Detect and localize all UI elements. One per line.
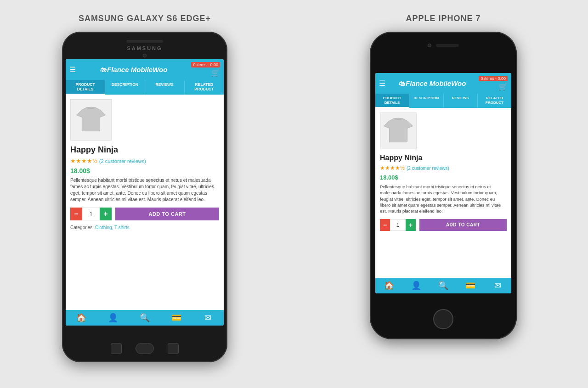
samsung-bottom-bar (111, 343, 179, 354)
samsung-cart-badge: 0 items - 0.00 (191, 62, 220, 67)
iphone-section: APPLE IPHONE 7 ☰ 🛍 Flance MobileWoo 0 it… (308, 14, 579, 339)
samsung-qty-control: − + (70, 208, 112, 220)
samsung-categories: Categories: Clothing, T-shirts (70, 225, 219, 230)
samsung-product-name: Happy Ninja (70, 145, 219, 155)
iphone-stars-row: ★★★★½ (2 customer reviews) (380, 165, 507, 171)
samsung-reviews-link[interactable]: (2 customer reviews) (99, 158, 146, 164)
iphone-screen: ☰ 🛍 Flance MobileWoo 0 items - 0.00 🛒 PR… (375, 73, 511, 293)
iphone-qty-minus[interactable]: − (380, 219, 390, 231)
samsung-top-bar: SAMSUNG (126, 40, 163, 57)
samsung-menu-icon[interactable]: ☰ (69, 65, 76, 74)
iphone-menu-icon[interactable]: ☰ (379, 79, 385, 88)
samsung-price: 18.00$ (70, 167, 219, 174)
iphone-product-image (380, 112, 417, 149)
iphone-phone: ☰ 🛍 Flance MobileWoo 0 items - 0.00 🛒 PR… (370, 32, 517, 339)
iphone-description: Pellentesque habitant morbi tristique se… (380, 184, 507, 214)
iphone-qty-input[interactable] (390, 219, 406, 231)
iphone-cart-icon[interactable]: 🛒 (498, 82, 508, 91)
iphone-nav-search[interactable]: 🔍 (430, 281, 457, 291)
samsung-nav-search[interactable]: 🔍 (129, 313, 161, 323)
iphone-camera (428, 44, 431, 47)
samsung-brand: 🛍 Flance MobileWoo (100, 66, 167, 73)
samsung-btn-home[interactable] (136, 343, 154, 354)
iphone-qty-plus[interactable]: + (406, 219, 416, 231)
samsung-speaker (126, 40, 163, 43)
samsung-cart-area[interactable]: 0 items - 0.00 🛒 (191, 62, 220, 77)
iphone-tab-reviews[interactable]: REVIEWS (444, 94, 478, 108)
samsung-btn-back[interactable] (111, 343, 122, 354)
samsung-brand-icon: 🛍 (100, 66, 106, 73)
samsung-add-to-cart-row: − + ADD TO CART (70, 208, 219, 220)
samsung-label: SAMSUNG GALAXY S6 EDGE+ (79, 14, 211, 23)
samsung-product-image (70, 99, 112, 141)
samsung-tab-related[interactable]: RELATEDPRODUCT (185, 80, 224, 95)
iphone-nav-mail[interactable]: ✉ (484, 281, 511, 291)
samsung-nav-home[interactable]: 🏠 (66, 313, 97, 323)
iphone-top-bar (428, 44, 459, 47)
samsung-brand-text: SAMSUNG (127, 45, 162, 51)
samsung-tshirt-svg (75, 104, 107, 136)
iphone-tab-description[interactable]: DESCRIPTION (409, 94, 443, 108)
samsung-tab-description[interactable]: DESCRIPTION (105, 80, 145, 95)
samsung-categories-links[interactable]: Clothing, T-shirts (95, 225, 130, 230)
samsung-categories-label: Categories: (70, 225, 94, 230)
iphone-nav-card[interactable]: 💳 (457, 281, 484, 291)
samsung-description: Pellentesque habitant morbi tristique se… (70, 177, 219, 203)
samsung-content: Happy Ninja ★★★★½ (2 customer reviews) 1… (66, 95, 224, 310)
iphone-tshirt-svg (382, 115, 414, 147)
samsung-cart-icon[interactable]: 🛒 (211, 68, 220, 77)
iphone-brand-name: Flance MobileWoo (406, 79, 466, 87)
iphone-add-to-cart-row: − + ADD TO CART (380, 219, 507, 231)
iphone-cart-badge: 0 items - 0.00 (479, 76, 508, 81)
samsung-qty-plus[interactable]: + (100, 208, 112, 220)
samsung-nav-card[interactable]: 💳 (160, 313, 192, 323)
iphone-content: Happy Ninja ★★★★½ (2 customer reviews) 1… (375, 108, 511, 278)
samsung-nav-mail[interactable]: ✉ (192, 313, 224, 323)
page-wrapper: SAMSUNG GALAXY S6 EDGE+ SAMSUNG ☰ 🛍 Flan… (9, 14, 579, 362)
samsung-nav-user[interactable]: 👤 (97, 313, 129, 323)
iphone-brand: 🛍 Flance MobileWoo (398, 79, 466, 87)
samsung-phone: SAMSUNG ☰ 🛍 Flance MobileWoo 0 items - 0… (62, 32, 227, 362)
iphone-cart-area[interactable]: 0 items - 0.00 🛒 (479, 76, 508, 91)
samsung-section: SAMSUNG GALAXY S6 EDGE+ SAMSUNG ☰ 🛍 Flan… (9, 14, 280, 362)
samsung-qty-input[interactable] (82, 208, 100, 220)
iphone-app-header: ☰ 🛍 Flance MobileWoo 0 items - 0.00 🛒 (375, 73, 511, 94)
iphone-nav-home[interactable]: 🏠 (375, 281, 402, 291)
samsung-app-header: ☰ 🛍 Flance MobileWoo 0 items - 0.00 🛒 (66, 59, 224, 80)
samsung-tab-reviews[interactable]: REVIEWS (145, 80, 185, 95)
samsung-tab-product-details[interactable]: PRODUCTDETAILS (66, 80, 105, 95)
iphone-speaker (436, 44, 459, 47)
samsung-stars-row: ★★★★½ (2 customer reviews) (70, 157, 219, 164)
iphone-label: APPLE IPHONE 7 (406, 14, 481, 23)
samsung-btn-recent[interactable] (168, 343, 179, 354)
samsung-add-to-cart-button[interactable]: ADD TO CART (115, 208, 219, 220)
iphone-add-to-cart-button[interactable]: ADD TO CART (419, 219, 507, 231)
iphone-stars: ★★★★½ (380, 165, 405, 171)
iphone-price: 18.00$ (380, 174, 507, 181)
samsung-stars: ★★★★½ (70, 157, 97, 164)
samsung-bottom-nav: 🏠 👤 🔍 💳 ✉ (66, 310, 224, 326)
iphone-home-button[interactable] (433, 309, 453, 329)
iphone-reviews-link[interactable]: (2 customer reviews) (407, 166, 449, 171)
samsung-screen: ☰ 🛍 Flance MobileWoo 0 items - 0.00 🛒 PR… (66, 59, 224, 326)
samsung-brand-name: Flance MobileWoo (107, 66, 167, 73)
iphone-brand-icon: 🛍 (398, 80, 405, 87)
iphone-bottom-nav: 🏠 👤 🔍 💳 ✉ (375, 278, 511, 293)
iphone-nav-user[interactable]: 👤 (402, 281, 430, 291)
iphone-tab-product-details[interactable]: PRODUCTDETAILS (375, 94, 409, 108)
iphone-tab-related[interactable]: RELATEDPRODUCT (478, 94, 511, 108)
samsung-camera (143, 54, 147, 57)
iphone-product-name: Happy Ninja (380, 154, 507, 162)
iphone-nav-tabs: PRODUCTDETAILS DESCRIPTION REVIEWS RELAT… (375, 94, 511, 108)
iphone-qty-control: − + (380, 219, 416, 231)
samsung-qty-minus[interactable]: − (70, 208, 82, 220)
samsung-nav-tabs: PRODUCTDETAILS DESCRIPTION REVIEWS RELAT… (66, 80, 224, 95)
